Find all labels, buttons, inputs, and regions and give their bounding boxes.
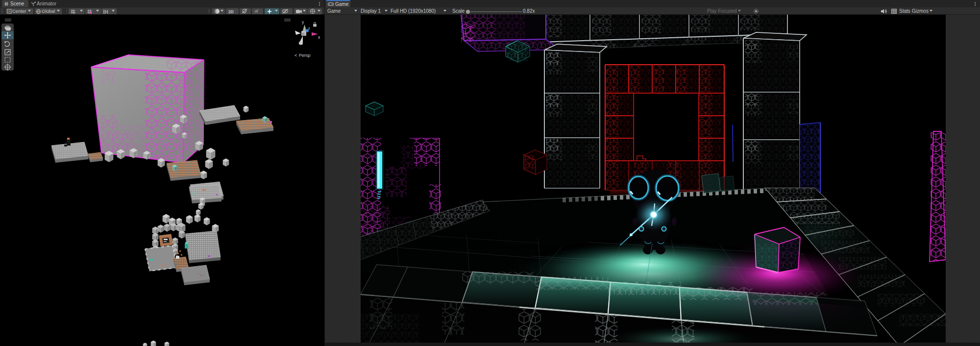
svg-text:Y: Y bbox=[73, 12, 75, 15]
svg-text:Persp: Persp bbox=[299, 53, 311, 58]
svg-text:<: < bbox=[294, 53, 297, 58]
svg-text:2D: 2D bbox=[228, 9, 234, 14]
